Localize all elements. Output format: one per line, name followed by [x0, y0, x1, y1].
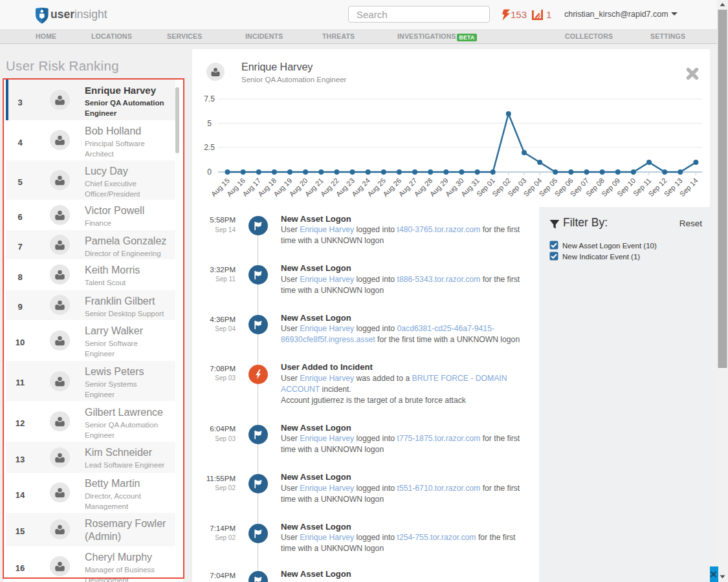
svg-text:7.5: 7.5	[204, 94, 215, 103]
svg-text:5: 5	[207, 119, 212, 128]
svg-text:0: 0	[207, 167, 212, 177]
svg-text:2.5: 2.5	[204, 143, 215, 152]
